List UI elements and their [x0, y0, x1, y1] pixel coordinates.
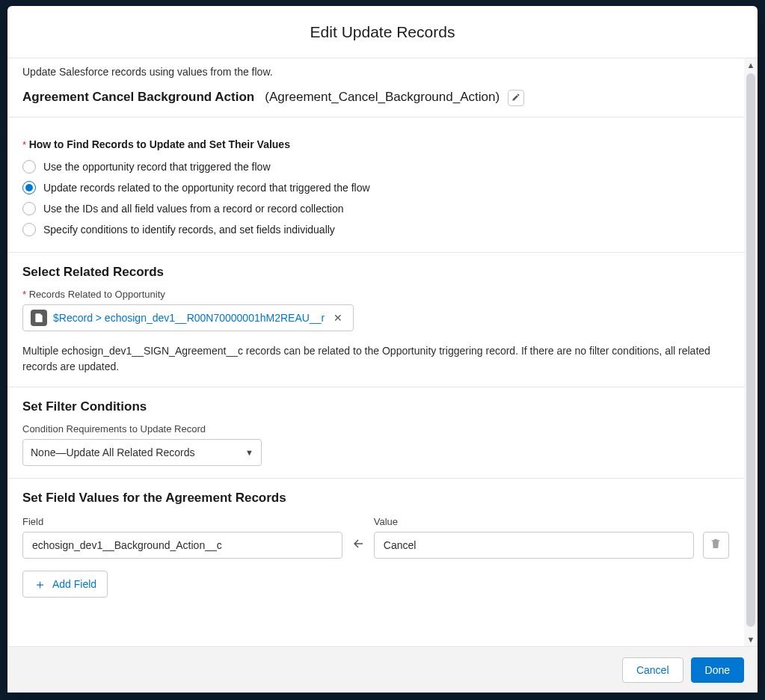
scroll-thumb[interactable] — [746, 73, 755, 627]
vertical-scrollbar[interactable]: ▲ ▼ — [744, 58, 758, 646]
radio-icon — [22, 223, 36, 236]
condition-requirements-select[interactable]: None—Update All Related Records ▼ — [22, 439, 262, 466]
chevron-down-icon: ▼ — [245, 448, 254, 457]
records-related-label: Records Related to Opportunity — [22, 289, 729, 300]
radio-option-use-ids[interactable]: Use the IDs and all field values from a … — [22, 198, 729, 219]
radio-label: Use the IDs and all field values from a … — [43, 203, 344, 215]
how-to-find-section: How to Find Records to Update and Set Th… — [7, 117, 744, 252]
radio-label: Specify conditions to identify records, … — [43, 224, 335, 236]
intro-text: Update Salesforce records using values f… — [7, 66, 744, 85]
related-record-pill-text: $Record > echosign_dev1__R00N70000001hM2… — [53, 312, 325, 324]
delete-row-button[interactable] — [703, 532, 729, 559]
radio-option-update-related[interactable]: Update records related to the opportunit… — [22, 177, 729, 198]
element-name-line: Agreement Cancel Background Action (Agre… — [7, 85, 744, 117]
add-field-label: Add Field — [52, 578, 96, 590]
cancel-button-label: Cancel — [636, 664, 669, 676]
condition-requirements-label: Condition Requirements to Update Record — [22, 423, 729, 435]
radio-icon — [22, 160, 36, 174]
radio-option-use-triggering-record[interactable]: Use the opportunity record that triggere… — [22, 156, 729, 177]
element-api-name: (Agreement_Cancel_Background_Action) — [265, 90, 500, 104]
edit-update-records-modal: Edit Update Records Update Salesforce re… — [7, 6, 758, 693]
remove-pill-button[interactable]: ✕ — [331, 312, 345, 324]
plus-icon: ＋ — [34, 578, 46, 591]
element-label: Agreement Cancel Background Action — [22, 90, 254, 104]
modal-scroll-area[interactable]: Update Salesforce records using values f… — [7, 58, 744, 646]
trash-icon — [710, 538, 722, 553]
modal-title: Edit Update Records — [310, 23, 455, 41]
add-field-button[interactable]: ＋ Add Field — [22, 571, 108, 598]
edit-name-button[interactable] — [508, 90, 524, 106]
modal-header: Edit Update Records — [7, 6, 758, 58]
field-column-label: Field — [22, 516, 342, 527]
record-icon — [31, 310, 47, 326]
radio-label: Use the opportunity record that triggere… — [43, 161, 271, 173]
assignment-arrow — [351, 532, 365, 559]
arrow-left-icon — [351, 537, 365, 553]
filter-conditions-heading: Set Filter Conditions — [22, 399, 729, 414]
radio-icon — [22, 202, 36, 215]
radio-label: Update records related to the opportunit… — [43, 182, 370, 194]
pencil-icon — [511, 90, 520, 105]
field-input[interactable] — [22, 532, 342, 559]
modal-footer: Cancel Done — [7, 646, 758, 693]
select-related-records-heading: Select Related Records — [22, 265, 729, 280]
related-record-resource-input[interactable]: $Record > echosign_dev1__R00N70000001hM2… — [22, 304, 354, 331]
how-to-find-radio-group: Use the opportunity record that triggere… — [22, 156, 729, 240]
condition-requirements-value: None—Update All Related Records — [31, 446, 194, 458]
scroll-up-button[interactable]: ▲ — [744, 58, 758, 72]
value-input[interactable] — [374, 532, 694, 559]
value-column-label: Value — [374, 516, 694, 527]
set-field-values-section: Set Field Values for the Agreement Recor… — [7, 479, 744, 610]
done-button[interactable]: Done — [691, 657, 744, 683]
x-icon: ✕ — [334, 312, 342, 324]
set-field-values-heading: Set Field Values for the Agreement Recor… — [22, 491, 729, 506]
radio-icon — [22, 181, 36, 194]
filter-conditions-section: Set Filter Conditions Condition Requirem… — [7, 387, 744, 478]
radio-option-specify-conditions[interactable]: Specify conditions to identify records, … — [22, 219, 729, 240]
done-button-label: Done — [705, 664, 730, 676]
modal-body: Update Salesforce records using values f… — [7, 58, 758, 646]
related-records-help-text: Multiple echosign_dev1__SIGN_Agreement__… — [22, 343, 729, 375]
how-to-find-question: How to Find Records to Update and Set Th… — [22, 138, 729, 150]
scroll-down-button[interactable]: ▼ — [744, 633, 758, 646]
select-related-records-section: Select Related Records Records Related t… — [7, 253, 744, 387]
cancel-button[interactable]: Cancel — [622, 657, 683, 683]
